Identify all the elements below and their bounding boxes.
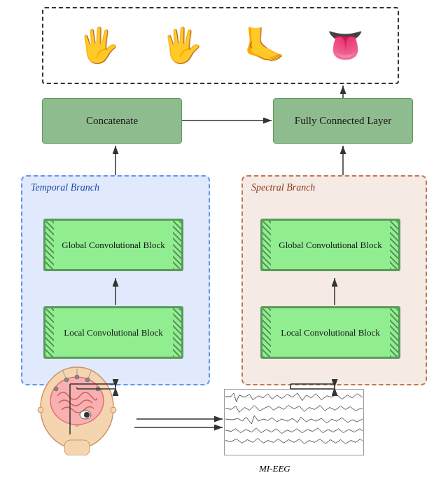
tongue-icon: 👅 xyxy=(327,31,363,60)
svg-point-8 xyxy=(54,387,58,391)
spectral-branch-label: Spectral Branch xyxy=(251,182,315,193)
eeg-label: MI-EEG xyxy=(259,463,290,474)
brain-svg xyxy=(28,364,126,455)
temporal-global-label: Global Convolutional Block xyxy=(50,240,176,251)
temporal-global-conv-block: Global Convolutional Block xyxy=(43,219,183,271)
architecture-diagram: 🖐 🖐 🦶 👅 Fully Connected Layer Concatenat… xyxy=(0,0,448,494)
svg-point-14 xyxy=(84,412,90,418)
fully-connected-label: Fully Connected Layer xyxy=(295,115,391,127)
fully-connected-layer-box: Fully Connected Layer xyxy=(273,98,413,144)
svg-point-2 xyxy=(50,377,104,425)
eeg-svg xyxy=(224,389,364,455)
concatenate-label: Concatenate xyxy=(86,115,138,127)
temporal-branch-label: Temporal Branch xyxy=(31,182,99,193)
svg-point-9 xyxy=(96,387,100,391)
hand-left-icon: 🖐 xyxy=(78,29,120,62)
hand-right-icon: 🖐 xyxy=(161,29,203,62)
concatenate-box: Concatenate xyxy=(42,98,182,144)
svg-point-4 xyxy=(111,407,116,413)
spectral-local-conv-block: Local Convolutional Block xyxy=(260,306,400,359)
svg-rect-1 xyxy=(64,440,90,455)
feet-icon: 🦶 xyxy=(244,29,286,62)
eeg-signal-area xyxy=(224,389,364,459)
spectral-global-label: Global Convolutional Block xyxy=(267,240,393,251)
spectral-global-conv-block: Global Convolutional Block xyxy=(260,219,400,271)
spectral-branch: Spectral Branch Global Convolutional Blo… xyxy=(241,175,427,385)
svg-point-3 xyxy=(38,407,43,413)
temporal-branch: Temporal Branch Global Convolutional Blo… xyxy=(21,175,210,385)
temporal-local-conv-block: Local Convolutional Block xyxy=(43,306,183,359)
spectral-local-label: Local Convolutional Block xyxy=(270,327,391,338)
temporal-local-label: Local Convolutional Block xyxy=(52,327,174,338)
brain-illustration xyxy=(21,361,133,459)
output-box: 🖐 🖐 🦶 👅 xyxy=(42,7,399,84)
